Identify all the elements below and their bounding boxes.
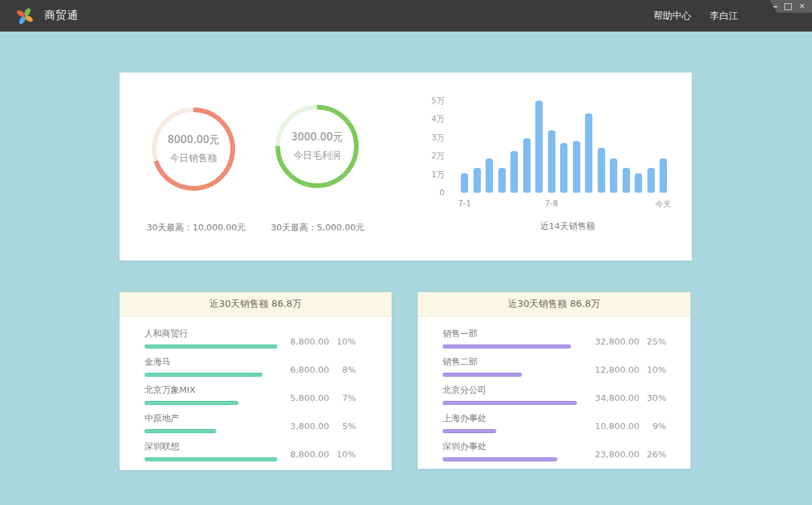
rank-item-amount: 12,800.00	[595, 365, 639, 375]
rank-item-amount: 23,800.00	[595, 449, 639, 459]
chart-bar	[461, 173, 468, 193]
window-controls: ✕	[764, 0, 812, 13]
y-tick-label: 4万	[412, 113, 445, 124]
x-tick-label: 今天	[656, 199, 672, 210]
today-sales-value: 8000.00元	[167, 134, 219, 146]
rank-item-percent: 5%	[329, 421, 356, 431]
rank-item-percent: 9%	[639, 421, 666, 431]
today-profit-donut: 3000.00元 今日毛利润	[273, 103, 361, 190]
rank-item: 人和商贸行8,800.0010%	[144, 328, 392, 349]
rank-item: 销售二部12,800.0010%	[443, 356, 690, 377]
app-logo-icon	[15, 6, 35, 26]
chart-bar	[598, 148, 605, 193]
rank-item-percent: 10%	[329, 449, 356, 459]
rank-item: 金海马6,800.008%	[144, 356, 392, 377]
y-tick-label: 1万	[412, 169, 445, 180]
department-rank-list: 销售一部32,800.0025%销售二部12,800.0010%北京分公司34,…	[418, 317, 690, 461]
chart-bar	[473, 168, 481, 193]
rank-item-value: 23,800.0026%	[595, 449, 666, 459]
help-center-link[interactable]: 帮助中心	[653, 10, 691, 22]
chart-bar	[523, 138, 531, 193]
rank-item-percent: 10%	[639, 365, 666, 375]
rank-item: 深圳联想8,800.0010%	[144, 441, 392, 461]
rank-item-percent: 7%	[329, 393, 356, 403]
y-tick-label: 2万	[412, 150, 445, 161]
rank-item-value: 3,800.005%	[290, 421, 356, 431]
chart-bar	[660, 158, 667, 193]
today-profit-value: 3000.00元	[291, 131, 343, 144]
rank-item-value: 12,800.0010%	[595, 365, 666, 375]
rank-item-amount: 5,800.00	[290, 393, 329, 403]
rank-item-amount: 34,800.00	[595, 393, 639, 403]
chart-bar	[486, 158, 493, 193]
sales-max-note: 30天最高：10,000.00元	[146, 222, 246, 234]
y-tick-label: 0	[412, 187, 445, 198]
rank-item-amount: 8,800.00	[290, 449, 329, 459]
sales-bar-chart	[461, 101, 673, 193]
chart-title: 近14天销售额	[540, 220, 595, 232]
rank-item: 中原地产3,800.005%	[144, 412, 392, 433]
rank-item-bar	[443, 429, 496, 433]
rank-item-percent: 30%	[639, 393, 666, 403]
department-rank-card: 近30天销售额 86.8万 销售一部32,800.0025%销售二部12,800…	[418, 292, 690, 469]
rank-item-bar	[144, 345, 277, 349]
rank-item-bar	[443, 457, 557, 461]
rank-item: 上海办事处10,800.009%	[443, 412, 690, 433]
customer-rank-card: 近30天销售额 86.8万 人和商贸行8,800.0010%金海马6,800.0…	[120, 292, 392, 470]
chart-bar	[623, 168, 630, 193]
app-title: 商贸通	[44, 9, 79, 23]
close-icon[interactable]: ✕	[798, 3, 806, 11]
rank-item-value: 10,800.009%	[595, 421, 666, 431]
rank-item-bar	[443, 373, 522, 377]
rank-item-percent: 10%	[329, 336, 356, 347]
rank-item-value: 32,800.0025%	[595, 336, 666, 347]
chart-bar	[573, 141, 580, 193]
x-tick-label: 7-1	[458, 199, 471, 208]
username-link[interactable]: 李白江	[710, 10, 738, 22]
today-profit-label: 今日毛利润	[294, 150, 341, 162]
rank-item-value: 6,800.008%	[290, 365, 356, 375]
rank-item-bar	[144, 457, 277, 461]
rank-item-amount: 6,800.00	[290, 365, 329, 375]
x-tick-label: 7-8	[545, 199, 558, 208]
profit-max-note: 30天最高：5,000.00元	[271, 222, 364, 234]
today-sales-label: 今日销售额	[170, 152, 217, 165]
chart-bar	[585, 113, 592, 193]
minimize-icon[interactable]	[770, 3, 778, 11]
chart-bar	[510, 151, 518, 193]
rank-item-value: 8,800.0010%	[290, 449, 356, 459]
department-rank-header: 近30天销售额 86.8万	[418, 292, 690, 317]
customer-rank-header: 近30天销售额 86.8万	[120, 292, 392, 317]
chart-bar	[610, 158, 617, 193]
rank-item-value: 8,800.0010%	[290, 336, 356, 347]
rank-item-bar	[144, 373, 263, 377]
rank-item-amount: 32,800.00	[595, 336, 639, 347]
rank-item-amount: 3,800.00	[290, 421, 329, 431]
chart-bar	[635, 173, 642, 193]
rank-item-value: 34,800.0030%	[595, 393, 666, 403]
rank-item-bar	[443, 401, 577, 405]
overview-card: 8000.00元 今日销售额 30天最高：10,000.00元 3000.00元…	[120, 73, 692, 261]
today-sales-donut: 8000.00元 今日销售额	[150, 105, 237, 193]
chart-bar	[548, 130, 555, 193]
chart-bar	[560, 143, 568, 193]
customer-rank-list: 人和商贸行8,800.0010%金海马6,800.008%北京万象MIX5,80…	[120, 317, 392, 461]
rank-item-amount: 8,800.00	[290, 336, 329, 347]
rank-item-bar	[144, 401, 238, 405]
rank-item: 深圳办事处23,800.0026%	[443, 441, 690, 461]
rank-item: 销售一部32,800.0025%	[443, 328, 690, 349]
rank-item-percent: 25%	[639, 336, 666, 347]
chart-bar	[647, 168, 655, 193]
y-tick-label: 3万	[412, 132, 445, 143]
rank-item: 北京万象MIX5,800.007%	[144, 384, 392, 405]
rank-item-value: 5,800.007%	[290, 393, 356, 403]
maximize-icon[interactable]	[784, 3, 792, 11]
chart-bar	[498, 168, 506, 193]
rank-item-bar	[443, 345, 571, 349]
rank-item: 北京分公司34,800.0030%	[443, 384, 690, 405]
titlebar: 商贸通 帮助中心 李白江 ✕	[0, 0, 812, 32]
chart-bar	[535, 101, 543, 193]
rank-item-amount: 10,800.00	[595, 421, 639, 431]
rank-item-percent: 26%	[639, 449, 666, 459]
y-tick-label: 5万	[412, 95, 445, 106]
